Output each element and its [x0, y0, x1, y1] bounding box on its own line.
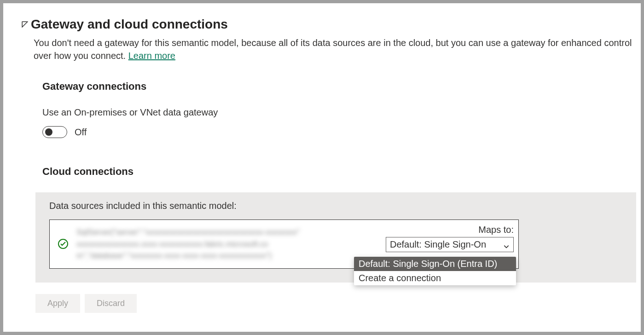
expand-collapse-icon[interactable]	[22, 21, 28, 28]
gateway-toggle[interactable]	[42, 126, 67, 138]
dropdown-option-default-sso[interactable]: Default: Single Sign-On (Entra ID)	[354, 257, 516, 271]
gateway-connections-heading: Gateway connections	[42, 81, 636, 92]
dropdown-selected-value: Default: Single Sign-On	[390, 239, 486, 250]
gateway-toggle-label: Use an On-premises or VNet data gateway	[42, 107, 636, 118]
dropdown-option-create-connection[interactable]: Create a connection	[354, 271, 516, 285]
cloud-connections-heading: Cloud connections	[42, 166, 636, 178]
chevron-down-icon	[503, 242, 510, 248]
gateway-toggle-state: Off	[75, 127, 87, 138]
toggle-knob	[45, 128, 52, 136]
page-description: You don't need a gateway for this semant…	[34, 36, 636, 62]
data-sources-panel: Data sources included in this semantic m…	[35, 192, 636, 283]
status-ok-icon	[58, 239, 68, 249]
data-sources-title: Data sources included in this semantic m…	[49, 201, 636, 211]
discard-button[interactable]: Discard	[85, 294, 137, 313]
maps-to-label: Maps to:	[386, 225, 514, 235]
maps-to-dropdown[interactable]: Default: Single Sign-On	[386, 237, 514, 252]
maps-to-dropdown-menu: Default: Single Sign-On (Entra ID) Creat…	[354, 257, 516, 285]
learn-more-link[interactable]: Learn more	[128, 51, 175, 61]
data-source-connection-string: SqlServer{"server":"xxxxxxxxxxxxxxxxxxxx…	[76, 226, 357, 262]
apply-button[interactable]: Apply	[35, 294, 80, 313]
page-title: Gateway and cloud connections	[31, 17, 228, 32]
data-source-item: SqlServer{"server":"xxxxxxxxxxxxxxxxxxxx…	[49, 219, 519, 269]
